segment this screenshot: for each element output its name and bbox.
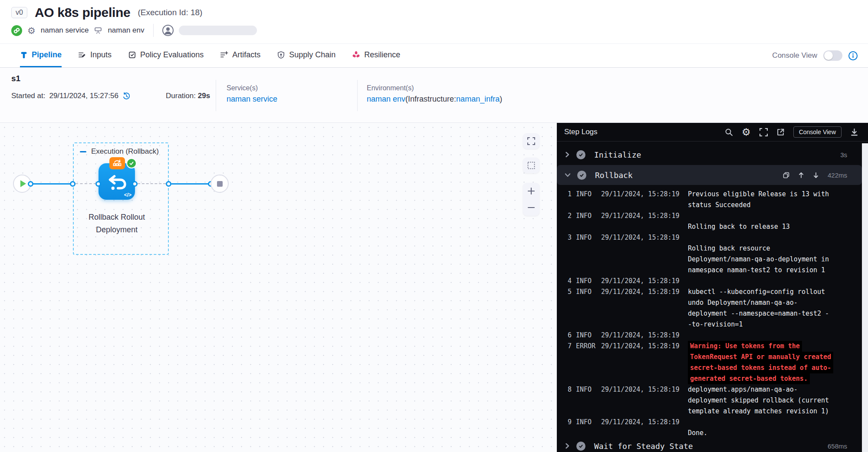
log-line: namespace naman-test2 to revision 1 bbox=[557, 265, 862, 276]
tab-policy-evaluations[interactable]: Policy Evaluations bbox=[128, 44, 204, 67]
tab-label: Resilience bbox=[364, 50, 400, 59]
log-level: INFO bbox=[576, 287, 598, 297]
scroll-down-icon[interactable] bbox=[813, 172, 819, 178]
log-scrollbar[interactable] bbox=[862, 143, 868, 452]
log-level: INFO bbox=[576, 417, 598, 428]
zoom-out-button[interactable] bbox=[523, 199, 539, 216]
step-label[interactable]: Rollback Rollout Deployment bbox=[73, 211, 160, 236]
chevron-right-icon[interactable] bbox=[565, 443, 570, 449]
log-level: INFO bbox=[576, 232, 598, 243]
log-num: 8 bbox=[566, 384, 572, 395]
connector-solid bbox=[171, 183, 209, 185]
step-logs-actions: ⚙ Console View bbox=[725, 126, 858, 138]
tab-label: Pipeline bbox=[32, 50, 62, 59]
header-divider bbox=[153, 24, 154, 37]
log-message: kubectl --kubeconfig=config rollout bbox=[688, 287, 825, 297]
log-section-rollback[interactable]: Rollback 422ms bbox=[557, 165, 862, 185]
end-node[interactable] bbox=[210, 175, 229, 193]
section-duration: 3s bbox=[840, 151, 847, 158]
step-logs-panel: Step Logs ⚙ Console View bbox=[557, 123, 868, 452]
log-num: 6 bbox=[566, 330, 572, 341]
service-link[interactable]: naman service bbox=[227, 95, 277, 104]
chevron-right-icon[interactable] bbox=[565, 152, 570, 158]
log-line: 5INFO29/11/2024, 15:28:19kubectl --kubec… bbox=[557, 287, 862, 297]
header-title-row: v0 AO k8s pipeline (Execution Id: 18) bbox=[0, 0, 868, 20]
marquee-select-button[interactable] bbox=[523, 158, 539, 173]
pipeline-icon bbox=[20, 51, 28, 59]
success-check-icon bbox=[126, 158, 137, 168]
pipeline-execution-page: v0 AO k8s pipeline (Execution Id: 18) ⚙ … bbox=[0, 0, 868, 452]
section-title: Rollback bbox=[595, 171, 633, 180]
zoom-controls bbox=[523, 183, 539, 216]
log-message-error: Warning: Use tokens from the bbox=[688, 341, 802, 352]
console-view-toggle-label: Console View bbox=[772, 51, 817, 60]
services-label: Service(s) bbox=[227, 84, 258, 92]
section-title: Initialize bbox=[594, 150, 641, 159]
log-time: 29/11/2024, 15:28:19 bbox=[601, 232, 682, 243]
log-message: Rolling back to release 13 bbox=[688, 221, 790, 232]
log-num: 9 bbox=[566, 417, 572, 428]
fullscreen-icon[interactable] bbox=[760, 128, 768, 136]
log-settings-gear-icon[interactable]: ⚙ bbox=[742, 127, 751, 137]
header-env-name[interactable]: naman env bbox=[108, 26, 144, 35]
started-label: Started at: bbox=[11, 92, 45, 100]
header-meta-row: ⚙ naman service naman env bbox=[11, 24, 868, 37]
scroll-up-icon[interactable] bbox=[798, 172, 804, 178]
stagebar-divider bbox=[216, 80, 216, 111]
started-value: 29/11/2024, 15:27:56 bbox=[49, 92, 118, 100]
log-time: 29/11/2024, 15:28:19 bbox=[601, 341, 682, 352]
log-time: 29/11/2024, 15:28:19 bbox=[601, 330, 682, 341]
log-line: 8INFO29/11/2024, 15:28:19deployment.apps… bbox=[557, 384, 862, 395]
log-section-initialize[interactable]: Initialize 3s bbox=[557, 146, 862, 163]
open-in-new-icon[interactable] bbox=[776, 128, 785, 136]
log-message: deployment --namespace=naman-test2 - bbox=[688, 308, 829, 319]
tab-artifacts[interactable]: Artifacts bbox=[220, 44, 260, 67]
collapse-icon[interactable] bbox=[80, 151, 86, 152]
infrastructure-prefix: (Infrastructure: bbox=[405, 95, 456, 103]
tab-label: Inputs bbox=[90, 50, 112, 59]
environment-link[interactable]: naman env bbox=[367, 95, 405, 103]
port bbox=[132, 181, 138, 187]
section-duration: 658ms bbox=[828, 442, 847, 450]
rollout-badge-icon bbox=[109, 157, 125, 169]
log-num: 7 bbox=[566, 341, 572, 352]
info-icon[interactable] bbox=[848, 51, 858, 60]
log-message-error: generated secret-based tokens. bbox=[688, 373, 810, 384]
download-logs-icon[interactable] bbox=[850, 128, 858, 136]
console-view-toggle[interactable] bbox=[823, 50, 842, 61]
console-view-button[interactable]: Console View bbox=[793, 126, 842, 138]
section-title: Wait for Steady State bbox=[594, 442, 693, 451]
infrastructure-suffix: ) bbox=[500, 95, 502, 103]
redacted-user-info bbox=[179, 26, 257, 35]
step-success-icon bbox=[577, 171, 586, 180]
tab-pipeline[interactable]: Pipeline bbox=[20, 44, 62, 67]
chevron-down-icon[interactable] bbox=[565, 172, 571, 178]
tab-resilience[interactable]: Resilience bbox=[352, 44, 400, 67]
header-service-name[interactable]: naman service bbox=[41, 26, 89, 35]
script-glyph: </> bbox=[124, 192, 132, 198]
log-section-wait-for-steady-state[interactable]: Wait for Steady State 658ms bbox=[557, 440, 862, 452]
log-time: 29/11/2024, 15:28:19 bbox=[601, 384, 682, 395]
history-icon[interactable] bbox=[122, 92, 131, 100]
log-message: Rolling back resource bbox=[688, 243, 770, 254]
avatar bbox=[162, 25, 174, 36]
log-line: generated secret-based tokens. bbox=[557, 373, 862, 384]
copy-logs-icon[interactable] bbox=[783, 172, 789, 178]
log-message: Deployment/naman-qa-ao-deployment in bbox=[688, 254, 829, 265]
zoom-in-button[interactable] bbox=[523, 183, 539, 199]
port bbox=[70, 181, 76, 187]
log-num: 2 bbox=[566, 211, 572, 221]
log-level: INFO bbox=[576, 330, 598, 341]
environment-icon bbox=[94, 26, 102, 35]
log-lines: 1INFO29/11/2024, 15:28:19Previous eligib… bbox=[557, 189, 862, 439]
log-line: 9INFO29/11/2024, 15:28:19 bbox=[557, 417, 862, 428]
fit-to-screen-button[interactable] bbox=[523, 133, 539, 149]
pipeline-canvas[interactable]: Execution (Rollback) </> Rollback Rollou… bbox=[0, 123, 557, 452]
tab-inputs[interactable]: Inputs bbox=[78, 44, 112, 67]
tab-supply-chain[interactable]: Supply Chain bbox=[277, 44, 335, 67]
resilience-icon bbox=[352, 51, 360, 59]
duration-label: Duration: bbox=[166, 92, 196, 100]
policy-evaluations-icon bbox=[128, 51, 136, 59]
infrastructure-link[interactable]: naman_infra bbox=[456, 95, 500, 103]
search-icon[interactable] bbox=[725, 128, 733, 136]
